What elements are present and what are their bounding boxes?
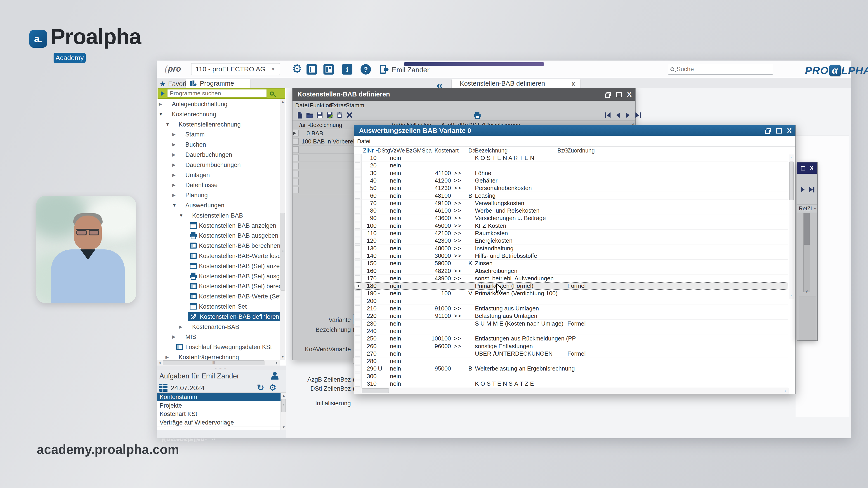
task-item[interactable]: Verträge auf Wiedervorlage <box>157 418 281 427</box>
scrollbar-thumb[interactable]: ≡ <box>281 399 286 412</box>
dialog-table-row[interactable]: 120nein42300>>Energiekosten <box>354 237 788 245</box>
row-selector[interactable] <box>293 187 299 193</box>
row-selector[interactable] <box>293 171 299 177</box>
row-selector[interactable] <box>355 170 360 176</box>
dialog-table-row[interactable]: 210nein91000>>Entlastung aus Umlagen <box>354 305 788 312</box>
dialog-table-row[interactable]: 140nein30000>>Hilfs- und Betriebsstoffe <box>354 252 788 260</box>
row-selector[interactable] <box>355 207 360 214</box>
menu-item[interactable]: Stamm <box>346 102 364 109</box>
scrollbar-thumb[interactable] <box>804 213 810 245</box>
search-input[interactable] <box>677 66 763 73</box>
row-selector[interactable] <box>355 275 360 281</box>
tree-item[interactable]: Kostenstellen-BAB (Set) ausgeben <box>157 272 280 281</box>
info-icon[interactable]: i <box>342 64 352 74</box>
row-selector[interactable] <box>355 223 360 229</box>
collapsed-arrow-icon[interactable]: ▶ <box>172 171 176 179</box>
dialog-table-row[interactable]: 80nein46100>>Werbe- und Reisekosten <box>354 207 788 215</box>
tree-item[interactable]: ▶Buchen <box>157 140 280 149</box>
tree-item[interactable]: ▶Kostenarten-BAB <box>157 323 280 331</box>
tree-item[interactable]: ▶Umlagen <box>157 171 280 179</box>
collapsed-arrow-icon[interactable]: ▶ <box>172 140 176 149</box>
tree-item[interactable]: ▶Kostenträgerrechnung <box>157 353 280 360</box>
person-icon[interactable] <box>271 372 279 380</box>
row-selector[interactable] <box>355 373 360 379</box>
tree-item[interactable]: ▶Stamm <box>157 130 280 138</box>
tab-document[interactable]: Kostenstellen-BAB definieren x <box>452 78 581 88</box>
menu-item[interactable]: Datei <box>357 138 370 144</box>
global-search[interactable] <box>668 64 773 74</box>
tree-item[interactable]: ▶MIS <box>157 333 280 341</box>
task-item[interactable]: Kontenstamm <box>157 393 281 401</box>
row-selector[interactable] <box>355 238 360 243</box>
dialog-table-row[interactable]: 240nein <box>354 327 788 335</box>
nav-last-button[interactable] <box>634 111 642 119</box>
row-selector[interactable] <box>355 162 360 168</box>
row-selector[interactable] <box>293 130 299 136</box>
row-selector[interactable] <box>355 328 360 334</box>
row-selector[interactable] <box>355 230 360 236</box>
tree-item[interactable]: ▶Datenflüsse <box>157 181 280 189</box>
help-icon[interactable]: ? <box>361 64 371 74</box>
collapsed-arrow-icon[interactable]: ▶ <box>172 130 176 138</box>
expanded-arrow-icon[interactable]: ▼ <box>179 212 183 220</box>
task-item[interactable]: Projekte <box>157 401 281 410</box>
dialog-vertical-scrollbar[interactable]: ˄ ˅ <box>789 154 794 299</box>
row-selector[interactable] <box>355 365 360 371</box>
tree-vertical-scrollbar[interactable]: ▲ ≡ ▼ <box>280 99 285 360</box>
scroll-right-icon[interactable]: › <box>782 388 788 394</box>
row-selector[interactable] <box>355 321 360 326</box>
tree-item[interactable]: ▶Planung <box>157 191 280 199</box>
program-search-input[interactable] <box>167 89 267 98</box>
dialog-table-row[interactable]: 250nein100100>>Entlastungen aus Rückmeld… <box>354 335 788 342</box>
close-tab-icon[interactable]: x <box>571 80 575 88</box>
dialog-table-row-selected[interactable]: 180neinPrimärkosten (Formel)Formel <box>354 282 788 290</box>
scrollbar-thumb[interactable]: ≡ <box>281 213 285 291</box>
tree-item[interactable]: Kostenstellen-BAB berechnen <box>157 242 280 250</box>
dialog-table-row[interactable]: 20nein <box>354 162 788 169</box>
dialog-table-row[interactable]: 220nein91100>>Belastung aus Umlagen <box>354 312 788 320</box>
row-selector[interactable] <box>355 215 360 221</box>
collapsed-arrow-icon[interactable]: ▶ <box>159 100 162 108</box>
row-selector[interactable] <box>355 358 360 364</box>
dialog-table-row[interactable]: 30nein41100>>Löhne <box>354 169 788 177</box>
dialog-table-row[interactable]: 10neinK O S T E N A R T E N <box>354 154 788 162</box>
maximize-window-icon[interactable] <box>800 166 805 170</box>
row-selector[interactable] <box>355 283 360 289</box>
dialog-table-row[interactable]: 40nein41200>>Gehälter <box>354 177 788 184</box>
tree-item[interactable]: Kostenstellen-BAB ausgeben <box>157 232 280 240</box>
row-selector[interactable] <box>355 313 360 319</box>
tree-item[interactable]: Kostenstellen-Set <box>157 302 280 311</box>
tree-item[interactable]: ▼Kostenstellenrechnung <box>157 121 280 129</box>
tree-item[interactable]: ▶Dauerbuchungen <box>157 151 280 159</box>
window-title-bar[interactable]: Kostenstellen-BAB definieren X <box>292 88 636 101</box>
open-button[interactable] <box>306 111 314 119</box>
dialog-table-row[interactable]: 190-nein100VPrimärkosten (Verdichtung 10… <box>354 290 788 297</box>
row-selector[interactable] <box>355 381 360 387</box>
row-selector[interactable] <box>355 155 360 161</box>
row-selector[interactable] <box>355 193 360 199</box>
refresh-icon[interactable]: ↻ <box>257 383 264 393</box>
tree-item[interactable]: ▶Anlagenbuchhaltung <box>157 100 280 108</box>
tree-item-selected[interactable]: Kostenstellen-BAB definieren <box>157 313 280 321</box>
table-column-header[interactable]: Bezeichnung <box>475 147 508 154</box>
mini-scrollbar[interactable] <box>803 213 810 292</box>
print-button[interactable] <box>473 111 482 119</box>
tree-horizontal-scrollbar[interactable]: ◂ ||| ▸ <box>157 360 280 365</box>
dialog-table-row[interactable]: 290Unein95000BWeiterbelastung an Ergebni… <box>354 365 788 372</box>
row-selector[interactable] <box>355 351 360 357</box>
dialog-table-row[interactable]: 260nein96000>>sonstige Entlastungen <box>354 343 788 350</box>
close-record-button[interactable] <box>345 111 353 119</box>
expanded-arrow-icon[interactable]: ▼ <box>172 201 177 209</box>
tree-item[interactable]: ▼Kostenstellen-BAB <box>157 212 280 220</box>
grid-column-header[interactable]: /ar▲ <box>299 122 306 128</box>
menu-item[interactable]: Extras <box>330 102 347 109</box>
row-selector[interactable] <box>293 138 299 144</box>
dialog-table-row[interactable]: 170nein43900>>sonst. betriebl. Aufwendun… <box>354 275 788 282</box>
menu-item[interactable]: Datei <box>295 102 309 109</box>
program-search-icon[interactable] <box>270 92 274 96</box>
nav-next-button[interactable] <box>624 111 632 119</box>
row-selector[interactable] <box>355 253 360 259</box>
scroll-left-icon[interactable]: ◂ <box>157 360 162 366</box>
row-selector[interactable] <box>355 305 360 311</box>
close-window-icon[interactable]: X <box>626 92 632 97</box>
